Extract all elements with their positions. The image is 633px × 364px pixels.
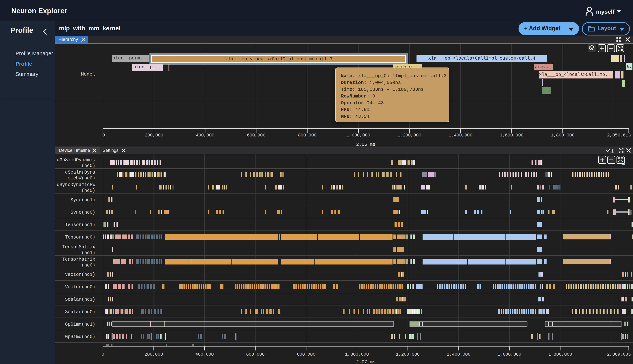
svg-text:myself: myself [596, 8, 615, 15]
